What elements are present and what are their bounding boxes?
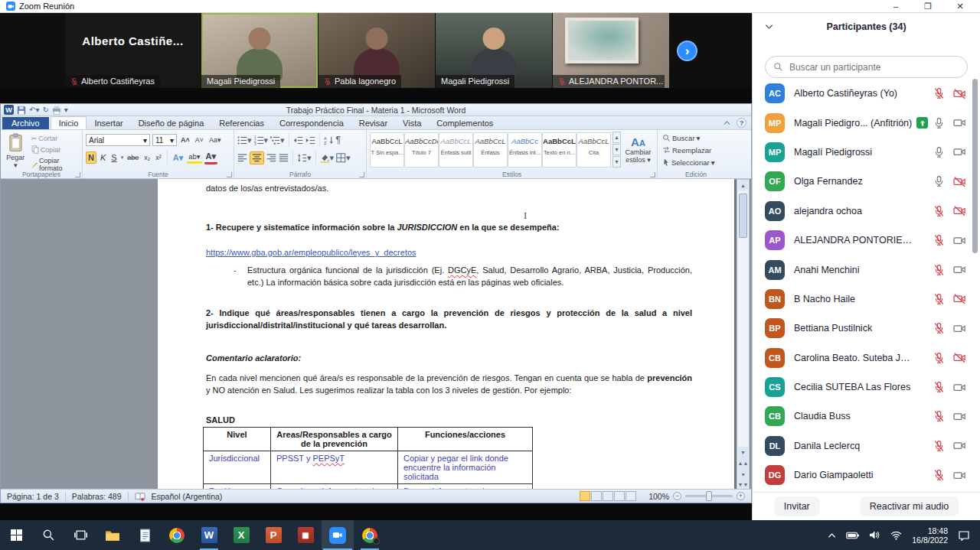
unmute-audio-button[interactable]: Reactivar mi audio: [860, 496, 959, 516]
save-icon[interactable]: [17, 106, 26, 115]
zoom-slider[interactable]: [685, 495, 733, 497]
participant-row[interactable]: AO alejandra ochoa: [753, 197, 980, 226]
panel-scrollbar-thumb[interactable]: [972, 79, 978, 253]
participant-row[interactable]: DL Danila Leclercq: [753, 431, 980, 461]
align-left-icon[interactable]: [237, 153, 247, 163]
style-chip[interactable]: AaBbCcLTexto en n...: [542, 132, 577, 168]
zoom-taskbar-icon[interactable]: [322, 520, 354, 550]
participant-row[interactable]: AM Anahi Menchini: [753, 255, 980, 284]
show-marks-icon[interactable]: ¶: [336, 135, 341, 145]
subscript-button[interactable]: x₂: [142, 153, 152, 162]
select-button[interactable]: Seleccionar ▾: [661, 158, 731, 168]
participant-row[interactable]: AP ALEJANDRA PONTORIERO: [753, 226, 980, 255]
video-tile[interactable]: Magali Piedigrossi: [436, 13, 552, 88]
task-view-icon[interactable]: [64, 520, 96, 550]
chrome-icon[interactable]: [161, 520, 193, 550]
tab-complementos[interactable]: Complementos: [429, 117, 501, 129]
fullscreen-view-icon[interactable]: [591, 491, 602, 501]
bold-button[interactable]: N: [86, 151, 96, 164]
vertical-scrollbar[interactable]: ▲ ▼ ▲▲ ● ▼▼: [737, 179, 750, 490]
superscript-button[interactable]: x²: [154, 153, 163, 162]
action-center-icon[interactable]: [958, 530, 970, 541]
tab-vista[interactable]: Vista: [395, 117, 429, 129]
tray-expand-icon[interactable]: [828, 532, 836, 539]
tab-inicio[interactable]: Inicio: [51, 116, 87, 129]
zoom-level[interactable]: 100%: [648, 492, 669, 501]
align-right-icon[interactable]: [266, 153, 276, 163]
align-center-icon[interactable]: [250, 151, 264, 164]
draft-view-icon[interactable]: [626, 491, 636, 501]
justify-icon[interactable]: [279, 153, 289, 163]
change-styles-button[interactable]: AA Cambiar estilos ▾: [622, 135, 654, 164]
style-chip[interactable]: AaBbCcLÉnfasis sutil: [439, 132, 473, 168]
borders-icon[interactable]: ▾: [336, 153, 351, 163]
participant-row[interactable]: BN B Nacho Haile: [753, 285, 980, 314]
dialog-launcher-icon[interactable]: [359, 172, 364, 177]
language-indicator[interactable]: Español (Argentina): [152, 492, 223, 501]
italic-button[interactable]: K: [99, 152, 107, 163]
style-chip[interactable]: AaBbCcLCita: [577, 132, 611, 168]
dialog-launcher-icon[interactable]: [227, 172, 232, 177]
styles-scroll-up-icon[interactable]: ▲: [612, 132, 621, 143]
dialog-launcher-icon[interactable]: [75, 172, 80, 177]
scroll-down-icon[interactable]: ▼: [738, 447, 748, 457]
undo-icon[interactable]: ↶▾: [29, 106, 39, 114]
print-layout-view-icon[interactable]: [580, 491, 590, 501]
text-effects-icon[interactable]: A▾: [172, 152, 185, 164]
excel-taskbar-icon[interactable]: X: [225, 520, 257, 550]
shrink-font-button[interactable]: A˅: [194, 135, 205, 145]
battery-icon[interactable]: [846, 531, 859, 540]
file-explorer-icon[interactable]: [96, 520, 129, 550]
find-button[interactable]: Buscar ▾: [661, 133, 731, 143]
chrome-profile-icon[interactable]: [354, 520, 386, 550]
highlight-color-icon[interactable]: ab▾: [187, 151, 201, 164]
next-page-icon[interactable]: ▼▼: [738, 479, 748, 490]
participant-row[interactable]: MP Magali Piedigro... (Anfitrión): [753, 108, 980, 137]
document-page[interactable]: datos de los/as entrevistados/as. 1- Rec…: [158, 179, 734, 490]
participant-row[interactable]: DG Dario Giampaoletti: [753, 461, 980, 490]
zoom-slider-thumb[interactable]: [706, 491, 712, 501]
change-case-button[interactable]: Aa▾: [207, 135, 223, 145]
doc-hyperlink[interactable]: https://www.gba.gob.ar/empleopublico/ley…: [206, 247, 416, 259]
zoom-out-icon[interactable]: −: [673, 492, 681, 500]
word-taskbar-icon[interactable]: W: [193, 520, 225, 550]
increase-indent-icon[interactable]: [305, 135, 315, 145]
numbering-icon[interactable]: ▾: [254, 135, 269, 145]
redo-icon[interactable]: ↻: [42, 106, 48, 114]
video-tile[interactable]: ALEJANDRA PONTOR...: [553, 13, 669, 88]
font-color-icon[interactable]: A▾: [204, 151, 217, 164]
tab-correspondencia[interactable]: Correspondencia: [272, 117, 351, 129]
participant-row[interactable]: BP Bettiana Pustilnick: [753, 314, 980, 343]
tab-referencias[interactable]: Referencias: [211, 117, 272, 129]
taskbar-clock[interactable]: 18:48 16/8/2022: [912, 526, 948, 545]
styles-scroll-down-icon[interactable]: ▼: [612, 144, 621, 155]
wifi-icon[interactable]: [890, 531, 902, 540]
video-tile[interactable]: Pabla lagonegro: [318, 13, 435, 88]
minimize-button[interactable]: –: [891, 2, 900, 11]
proofing-icon[interactable]: [135, 492, 145, 501]
line-spacing-icon[interactable]: ▾: [297, 153, 312, 163]
font-family-select[interactable]: Arial▾: [86, 134, 150, 146]
decrease-indent-icon[interactable]: [293, 135, 303, 145]
qat-dropdown-icon[interactable]: ▾: [64, 106, 68, 114]
tab-archivo[interactable]: Archivo: [2, 117, 49, 129]
select-browse-icon[interactable]: ●: [738, 468, 748, 479]
multilevel-list-icon[interactable]: ▾: [270, 135, 285, 145]
word-app-icon[interactable]: W: [4, 105, 14, 115]
participant-row[interactable]: OF Olga Fernandez: [753, 167, 980, 196]
replace-button[interactable]: Reemplazar: [661, 145, 731, 155]
document-app-icon[interactable]: [129, 520, 161, 550]
video-tile[interactable]: Magali Piedigrossi: [201, 13, 318, 88]
copy-button[interactable]: Copiar: [30, 145, 79, 155]
style-chip[interactable]: AaBbCcLÉnfasis: [473, 132, 508, 168]
participant-row[interactable]: MP Magalí Piedigrossi: [753, 138, 980, 167]
video-tile[interactable]: Alberto Castiñe... Alberto Castiñeyras: [65, 13, 201, 88]
taskbar-search-icon[interactable]: [32, 520, 64, 550]
volume-icon[interactable]: [869, 530, 880, 540]
page-indicator[interactable]: Página: 1 de 3: [7, 492, 59, 501]
shading-icon[interactable]: ▾: [320, 153, 335, 163]
outline-view-icon[interactable]: [614, 491, 625, 501]
scroll-up-icon[interactable]: ▲: [738, 180, 748, 190]
paste-button[interactable]: Pegar ▾: [4, 132, 28, 173]
invite-button[interactable]: Invitar: [774, 496, 820, 516]
